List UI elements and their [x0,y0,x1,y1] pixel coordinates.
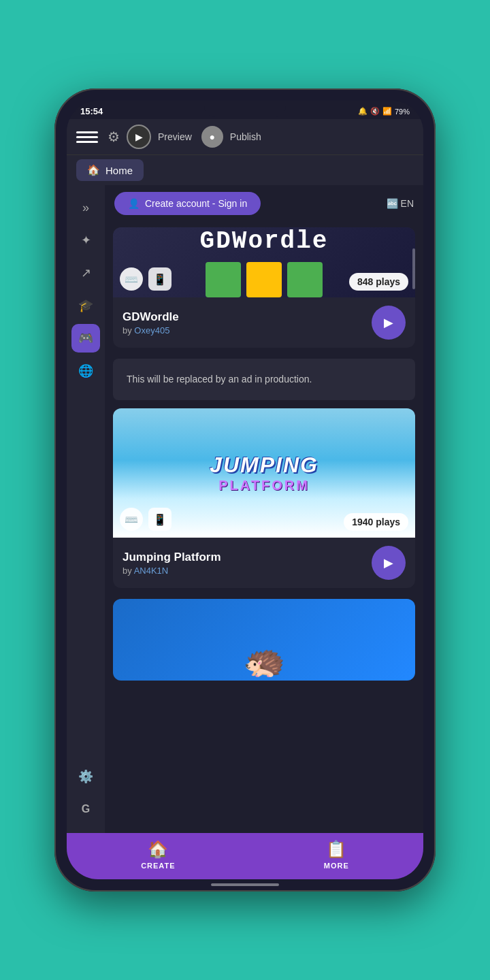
block-yellow [246,262,282,297]
bottom-nav-more[interactable]: 📋 MORE [324,840,349,870]
sidebar-item-arrow[interactable]: ↗ [71,259,100,287]
jumping-meta: Jumping Platform by AN4K1N [122,551,221,576]
menu-icon[interactable] [76,126,98,148]
create-icon: 🏠 [148,840,169,859]
jumping-title-graphic: JUMPING [210,453,318,478]
jumping-info: Jumping Platform by AN4K1N ▶ [113,538,415,588]
mobile-icon-2: 📱 [148,508,172,531]
gdwordle-name: GDWordle [122,310,179,324]
jumping-author[interactable]: AN4K1N [134,566,169,576]
play-preview-button[interactable]: ▶ [127,125,151,149]
preview-label: Preview [158,131,192,142]
ad-placeholder: This will be replaced by an ad in produc… [113,359,415,400]
more-icon: 📋 [326,840,347,859]
sonic-thumbnail: 🦔 [113,599,415,681]
home-button[interactable]: 🏠 Home [76,159,144,181]
bottom-nav: 🏠 CREATE 📋 MORE [67,833,423,879]
mobile-icon: 📱 [148,267,172,291]
lang-label: EN [401,198,414,209]
phone-screen: 15:54 🔔 🔇 📶 79% ⚙ ▶ Preview ● Publish [67,101,423,879]
game-card-gdwordle: GDWordle ⌨️ 📱 848 plays [113,227,415,348]
gdwordle-play-button[interactable]: ▶ [372,306,406,340]
create-account-label: Create account - Sign in [145,198,247,209]
jumping-thumbnail: JUMPING PLATFORM ⌨️ 📱 1940 plays [113,408,415,538]
phone-frame: 15:54 🔔 🔇 📶 79% ⚙ ▶ Preview ● Publish [54,88,436,892]
gdwordle-meta: GDWordle by Oxey405 [122,310,179,336]
bottom-nav-create[interactable]: 🏠 CREATE [141,840,175,870]
gdwordle-blocks [206,262,323,297]
create-account-button[interactable]: 👤 Create account - Sign in [114,192,261,215]
scroll-indicator [412,248,415,289]
phone-notch [204,101,286,117]
sidebar-item-learn[interactable]: 🎓 [71,291,100,320]
jumping-author-line: by AN4K1N [122,566,221,576]
sidebar-item-settings[interactable]: ⚙️ [71,762,100,791]
block-green-1 [206,262,241,297]
battery-text: 79% [395,108,410,116]
gdwordle-platform-icons: ⌨️ 📱 [120,267,172,291]
toolbar: ⚙ ▶ Preview ● Publish [67,119,423,155]
home-nav: 🏠 Home [67,155,423,185]
sidebar-item-chevron[interactable]: » [71,193,100,222]
home-icon: 🏠 [87,164,100,176]
ad-text: This will be replaced by an ad in produc… [127,374,312,385]
jumping-subtitle-graphic: PLATFORM [218,478,310,493]
block-green-2 [287,262,323,297]
home-label: Home [105,165,133,176]
gdwordle-author-line: by Oxey405 [122,325,179,336]
create-label: CREATE [141,862,175,870]
sidebar-item-effects[interactable]: ✦ [71,226,100,255]
gdwordle-plays-badge: 848 plays [349,273,408,291]
jumping-platform-icons: ⌨️ 📱 [120,508,172,531]
more-label: MORE [324,862,349,870]
gdwordle-author[interactable]: Oxey405 [134,325,169,336]
jumping-play-button[interactable]: ▶ [372,546,406,580]
home-indicator[interactable] [211,883,279,886]
game-card-sonic: 🦔 [113,599,415,681]
status-icons: 🔔 🔇 📶 79% [358,107,410,116]
wifi-icon: 📶 [382,107,392,116]
content-area[interactable]: 👤 Create account - Sign in 🔤 EN GDWordle [105,185,423,833]
globe-toggle-button[interactable]: ● [201,126,223,148]
sidebar-item-grammarly[interactable]: G [71,795,100,823]
main-area: » ✦ ↗ 🎓 🎮 🌐 ⚙️ G 👤 Create account - Sign… [67,185,423,833]
language-button[interactable]: 🔤 EN [387,198,414,209]
sidebar-item-globe[interactable]: 🌐 [71,357,100,385]
notification-icon: 🔔 [358,107,368,116]
keyboard-icon: ⌨️ [120,267,143,291]
sidebar: » ✦ ↗ 🎓 🎮 🌐 ⚙️ G [67,185,105,833]
translate-icon: 🔤 [387,198,398,209]
gdwordle-title-graphic: GDWordle [200,227,329,255]
jumping-name: Jumping Platform [122,551,221,564]
create-account-bar: 👤 Create account - Sign in 🔤 EN [105,185,423,222]
gdwordle-info: GDWordle by Oxey405 ▶ [113,297,415,348]
status-time: 15:54 [80,106,103,116]
jumping-title-container: JUMPING PLATFORM [210,453,318,493]
game-card-jumping: JUMPING PLATFORM ⌨️ 📱 1940 plays [113,408,415,588]
jumping-plays-badge: 1940 plays [344,513,408,531]
jumping-thumb-bg: JUMPING PLATFORM ⌨️ 📱 1940 plays [113,408,415,538]
person-icon: 👤 [128,198,140,209]
mute-icon: 🔇 [370,107,380,116]
keyboard-icon-2: ⌨️ [120,508,143,531]
publish-label: Publish [230,131,261,142]
gdwordle-thumbnail: GDWordle ⌨️ 📱 848 plays [113,227,415,297]
bug-icon[interactable]: ⚙ [108,129,120,145]
sonic-character: 🦔 [243,641,285,681]
sidebar-item-games[interactable]: 🎮 [71,324,100,353]
